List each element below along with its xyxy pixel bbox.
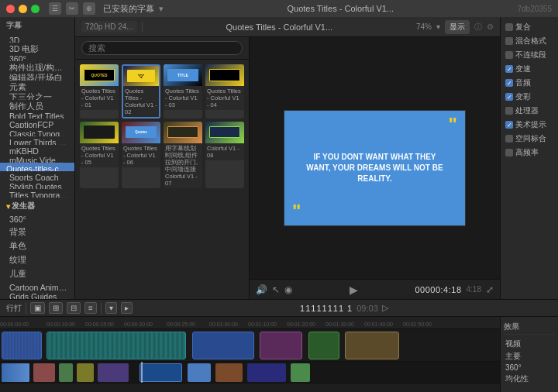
sidebar-lower-biz[interactable]: Lower Thirds Business — [0, 136, 74, 145]
thumb-03[interactable]: TITLE Quotes Titles - Colorful V1 - 03 — [164, 64, 202, 119]
cb-speed[interactable]: ✓ — [505, 65, 513, 73]
project-name: Quotes Titles - Colorful V1... — [287, 4, 394, 13]
sidebar-3d[interactable]: 3D — [0, 34, 74, 43]
zoom-tool-icon[interactable]: ◉ — [284, 284, 292, 295]
broll-1[interactable] — [2, 363, 29, 382]
sidebar-icon[interactable]: ☰ — [49, 2, 61, 15]
gen-cartoon[interactable]: Cartoon Anime Liquid... — [0, 281, 74, 290]
clip-5[interactable] — [308, 332, 339, 359]
sidebar-sports[interactable]: Sports Coach — [0, 171, 74, 180]
sidebar-quotes-active[interactable]: Quotes-titles-colorful — [0, 163, 74, 171]
cb-spatial[interactable] — [505, 135, 513, 143]
thumb-01[interactable]: QUOTES Quotes Titles - Colorful V1 - 01 — [80, 64, 119, 119]
sound-icon[interactable]: 🔊 — [256, 284, 267, 295]
sidebar-bold[interactable]: Bold Text Titles — [0, 110, 74, 119]
cb-combine[interactable] — [505, 23, 513, 31]
broll-5[interactable] — [98, 363, 129, 382]
thumb-07[interactable]: 用字幕线划时间线,组件拉到的开门,中间墙连接 Colorful V1 - 07 — [164, 122, 202, 188]
gen-grids[interactable]: Grids Guides and Rulers — [0, 291, 74, 299]
cb-art[interactable]: ✓ — [505, 121, 513, 129]
close-button[interactable] — [6, 5, 15, 13]
gen-texture[interactable]: 纹理 — [0, 253, 74, 267]
maximize-button[interactable] — [31, 5, 40, 13]
ruler-5: 00:01:00:00 — [209, 322, 238, 327]
library-dropdown[interactable]: ▾ — [159, 4, 164, 14]
search-input[interactable] — [81, 41, 243, 55]
cb-hf[interactable] — [505, 149, 513, 156]
cursor-tool-icon[interactable]: ↖ — [272, 284, 280, 295]
thumb-05[interactable]: Quotes Titles - Colorful V1 - 05 — [80, 122, 119, 188]
cb-mix[interactable] — [505, 37, 513, 45]
rp-proc[interactable]: 处理器 — [504, 105, 555, 117]
clip-tool-btn[interactable]: ▣ — [30, 302, 45, 314]
clip-3[interactable] — [192, 332, 254, 359]
broll-9[interactable] — [291, 363, 310, 382]
rp-combine[interactable]: 复合 — [504, 21, 555, 33]
broll-6[interactable] — [188, 363, 211, 382]
broll-2[interactable] — [33, 363, 55, 382]
sidebar-construct[interactable]: 构件出现/构件消失 — [0, 61, 74, 71]
play-btn[interactable]: ▶ — [350, 284, 358, 296]
sidebar-360[interactable]: 360° — [0, 53, 74, 61]
cb-audio[interactable]: ✓ — [505, 79, 513, 87]
remove-btn[interactable]: ⊟ — [67, 302, 81, 314]
gear-icon[interactable]: ⚙ — [487, 22, 494, 31]
rp-highfreq[interactable]: 高频率 — [504, 146, 555, 159]
broll-3[interactable] — [59, 363, 73, 382]
cb-proc[interactable] — [505, 107, 513, 115]
sidebar-classic[interactable]: Classic Typography — [0, 128, 74, 136]
sidebar-3d-movie[interactable]: 3D 电影 — [0, 43, 74, 53]
cb-color[interactable]: ✓ — [505, 93, 513, 101]
rp-spatial[interactable]: 空间标合 — [504, 132, 555, 145]
broll-4[interactable] — [77, 363, 94, 382]
list-btn[interactable]: ≡ — [84, 302, 97, 314]
sidebar-editor[interactable]: 编辑器/开场白 — [0, 71, 74, 81]
tl-360[interactable]: 360° — [504, 363, 555, 373]
thumb-04[interactable]: Quotes Titles - Colorful V1 - 04 — [205, 64, 244, 119]
rp-art[interactable]: ✓ 美术提示 — [504, 119, 555, 131]
edit-icon[interactable]: ✂ — [66, 2, 78, 15]
cb-disc[interactable] — [505, 51, 513, 59]
tl-main[interactable]: 主要 — [504, 350, 555, 363]
sidebar-elements[interactable]: 元素 — [0, 81, 74, 91]
clip-6[interactable] — [345, 332, 399, 359]
tl-video[interactable]: 视频 — [504, 338, 555, 350]
broll-current[interactable] — [140, 363, 182, 382]
gen-arrow[interactable]: ▾ — [6, 202, 10, 211]
clip-4[interactable] — [260, 332, 302, 359]
broll-7[interactable] — [215, 363, 243, 382]
thumb-08[interactable]: Colorful V1 - 08 — [205, 122, 244, 188]
info-icon[interactable]: ⓘ — [474, 22, 482, 33]
minimize-button[interactable] — [19, 5, 27, 13]
gen-children[interactable]: 儿童 — [0, 267, 74, 281]
zoom-dropdown[interactable]: ▾ — [436, 22, 440, 31]
tl-forward-icon[interactable]: ▷ — [382, 303, 388, 313]
rp-mix[interactable]: 混合格式 — [504, 35, 555, 47]
thumb-06[interactable]: Quotes Quotes Titles - Colorful V1 - 06 — [122, 122, 160, 188]
sidebar-mmusic[interactable]: mMusic Video Titles — [0, 154, 74, 163]
broll-8[interactable] — [247, 363, 286, 382]
rp-color[interactable]: ✓ 变彩 — [504, 91, 555, 103]
clip-1[interactable] — [2, 332, 42, 359]
play-range-btn[interactable]: ▸ — [121, 302, 133, 314]
clip-2[interactable] — [46, 332, 186, 359]
rp-speed[interactable]: ✓ 变速 — [504, 63, 555, 75]
gen-360[interactable]: 360° — [0, 213, 74, 225]
add-btn[interactable]: ⊞ — [49, 302, 63, 314]
sidebar-stylish[interactable]: Stylish Quotes — [0, 181, 74, 189]
sidebar-credits[interactable]: 制作人员 — [0, 100, 74, 110]
options-btn[interactable]: ▾ — [105, 302, 117, 314]
sidebar-caption[interactable]: CaptionFCP — [0, 119, 74, 127]
sidebar-mkbhd[interactable]: mKBHD — [0, 145, 74, 153]
gen-bg[interactable]: 背景 — [0, 225, 74, 239]
display-btn[interactable]: 显示 — [445, 20, 470, 34]
sidebar-lower-third[interactable]: 下三分之一 — [0, 91, 74, 101]
fullscreen-icon[interactable]: ⤢ — [486, 284, 494, 295]
sidebar-titles-typo[interactable]: Titles Typography — [0, 189, 74, 198]
thumb-02[interactable]: "Q" Quotes Titles - Colorful V1 - 02 — [122, 64, 160, 119]
rp-disc[interactable]: 不连续段 — [504, 49, 555, 61]
rp-audio[interactable]: ✓ 音频 — [504, 77, 555, 89]
tl-normalize[interactable]: 均化性 — [504, 373, 555, 385]
view-icon[interactable]: ⊕ — [83, 2, 95, 15]
gen-solid[interactable]: 单色 — [0, 239, 74, 253]
